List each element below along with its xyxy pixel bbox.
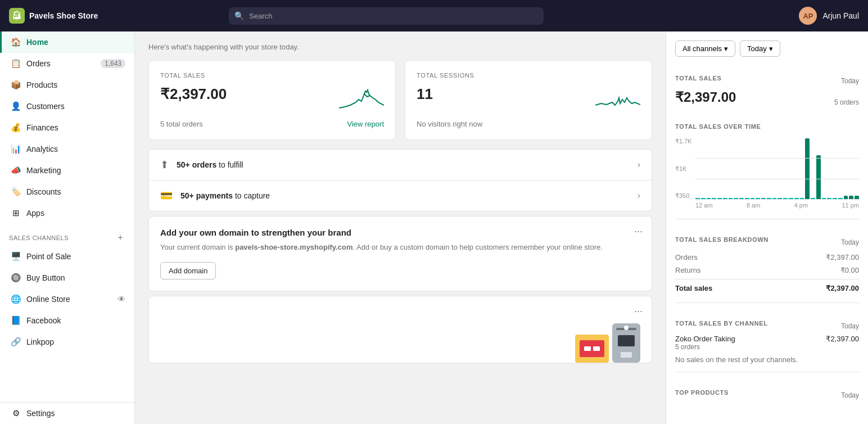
rp-total-sales-value: ₹2,397.00 [675,89,736,105]
breakdown-returns-row: Returns ₹0.00 [675,264,859,277]
orders-action-item[interactable]: ⬆ 50+ orders to fulfill › [149,150,652,181]
bar-chart-bar [756,198,760,199]
sidebar-item-online-store[interactable]: 🌐 Online Store 👁 [0,288,134,310]
bar-chart-bar [794,198,799,199]
rp-divider-2 [675,303,859,303]
products-icon: 📦 [11,80,21,90]
today-filter-button[interactable]: Today ▾ [740,40,780,57]
sidebar-item-linkpop[interactable]: 🔗 Linkpop [0,331,134,353]
orders-action-text: 50+ orders to fulfill [177,160,638,169]
domain-card-title: Add your own domain to strengthen your b… [160,228,640,237]
sidebar-label-facebook: Facebook [26,316,61,325]
finances-icon: 💰 [11,123,21,133]
metrics-cards-row: TOTAL SALES ₹2,397.00 5 total orders Vie… [148,60,652,140]
buy-button-icon: 🔘 [11,273,21,283]
bar-chart-bar [734,198,738,199]
sidebar-item-settings[interactable]: ⚙ Settings [0,403,134,424]
sidebar-label-pos: Point of Sale [26,252,71,261]
bar-chart-bar [811,198,815,199]
sidebar-item-facebook[interactable]: 📘 Facebook [0,310,134,331]
add-domain-button[interactable]: Add domain [160,262,216,279]
bar-chart-bar [777,198,782,199]
analytics-icon: 📊 [11,144,21,154]
avatar[interactable]: AP [799,7,817,25]
sidebar: 🏠 Home 📋 Orders 1,643📦 Products 👤 Custom… [0,31,135,424]
total-sessions-title: TOTAL SESSIONS [417,72,640,79]
badge-orders: 1,643 [101,59,125,68]
bar-chart-bar [717,198,722,199]
store-logo[interactable]: Pavels Shoe Store [9,8,98,24]
rp-by-channel-today: Today [841,322,859,330]
bar-chart-bar [761,198,766,199]
sidebar-label-orders: Orders [26,59,51,68]
bar-chart-y-labels: ₹1.7K ₹1K ₹350 [675,138,692,200]
total-sales-chart [339,85,384,111]
rp-divider-1 [675,219,859,219]
search-bar[interactable]: 🔍 [229,7,544,25]
sidebar-label-products: Products [26,80,57,89]
rp-total-sales-header: TOTAL SALES Today [675,66,859,85]
channel-orders: 5 orders [675,343,735,351]
pos-card: ··· [148,296,652,363]
sidebar-item-analytics[interactable]: 📊 Analytics [0,138,134,160]
payments-action-item[interactable]: 💳 50+ payments to capture › [149,181,652,211]
facebook-icon: 📘 [11,315,21,326]
payments-action-icon: 💳 [160,190,173,202]
total-sessions-footer: No visitors right now [417,120,482,128]
add-sales-channel-button[interactable]: ＋ [116,232,125,243]
total-sessions-card: TOTAL SESSIONS 11 No visitors right now [405,60,652,140]
bar-chart-bar [701,198,706,199]
bar-chart-bar [827,198,831,199]
sidebar-label-customers: Customers [26,102,65,111]
breakdown-orders-row: Orders ₹2,397.00 [675,251,859,264]
bar-chart-x-labels: 12 am 8 am 4 pm 11 pm [695,202,859,209]
rp-total-sales-today: Today [841,77,859,85]
bar-chart-bar [767,198,771,199]
bar-chart-bar [739,198,744,199]
bar-chart-bar [783,198,788,199]
pos-illustration [575,323,640,363]
no-sales-text: No sales on the rest of your channels. [675,355,859,364]
search-icon: 🔍 [234,11,244,20]
all-channels-filter-button[interactable]: All channels ▾ [675,40,735,57]
total-sales-footer: 5 total orders [160,120,203,128]
orders-action-icon: ⬆ [160,159,169,171]
sidebar-item-marketing[interactable]: 📣 Marketing [0,160,134,181]
bar-chart-bar [822,198,826,199]
bar-chart-bar [844,196,848,199]
chevron-down-icon: ▾ [724,44,728,53]
shopify-logo-icon [9,8,25,24]
bar-chart-bar [800,198,804,199]
sidebar-item-orders[interactable]: 📋 Orders 1,643 [0,53,134,74]
bar-chart-bar [849,196,853,199]
sidebar-label-marketing: Marketing [26,166,61,175]
bar-chart-bar [855,196,859,199]
bar-chart-area [695,138,859,200]
user-name: Arjun Paul [822,11,859,20]
sidebar-item-buy-button[interactable]: 🔘 Buy Button [0,267,134,288]
pos-card-menu-button[interactable]: ··· [634,305,643,317]
chevron-down-icon-2: ▾ [769,44,773,53]
main-layout: 🏠 Home 📋 Orders 1,643📦 Products 👤 Custom… [0,31,868,424]
bar-chart-bar [712,198,716,199]
visibility-icon[interactable]: 👁 [117,295,125,304]
sidebar-item-products[interactable]: 📦 Products [0,74,134,96]
sidebar-item-pos[interactable]: 🖥️ Point of Sale [0,246,134,267]
view-report-link[interactable]: View report [347,120,384,128]
bar-chart-bar [745,198,749,199]
settings-icon: ⚙ [11,408,21,418]
sidebar-item-home[interactable]: 🏠 Home [0,31,134,53]
domain-card-menu-button[interactable]: ··· [634,225,643,237]
payments-action-text: 50+ payments to capture [180,191,638,200]
sidebar-item-apps[interactable]: ⊞ Apps [0,202,134,224]
total-sales-value: ₹2,397.00 [160,85,227,103]
bar-chart-bar [789,198,793,199]
sidebar-item-discounts[interactable]: 🏷️ Discounts [0,181,134,202]
sidebar-label-linkpop: Linkpop [26,337,54,346]
customers-icon: 👤 [11,101,21,111]
search-input[interactable] [229,7,544,25]
bar-chart-bar [833,198,837,199]
rp-orders-count: 5 orders [834,98,859,106]
sidebar-item-customers[interactable]: 👤 Customers [0,96,134,117]
sidebar-item-finances[interactable]: 💰 Finances [0,117,134,138]
